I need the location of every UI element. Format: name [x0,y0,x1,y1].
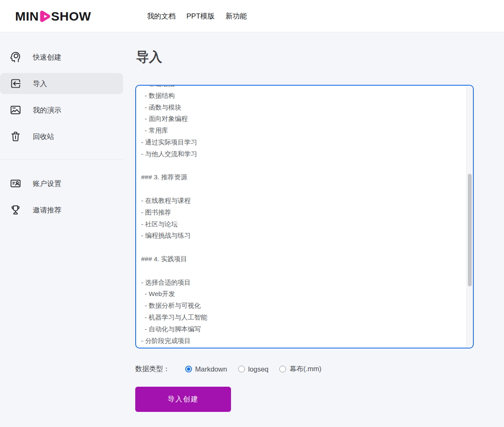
sidebar-item-label: 快速创建 [33,52,61,62]
presentation-icon [9,104,22,116]
account-card-icon [9,177,22,190]
top-navigation: 我的文档 PPT模版 新功能 [147,0,247,32]
trophy-icon [9,204,22,216]
radio-mubu-circle[interactable] [279,366,286,372]
nav-ppt-templates[interactable]: PPT模版 [186,11,215,21]
import-icon [9,77,22,90]
sidebar-item-label: 回收站 [33,132,54,141]
sidebar-item-recycle-bin[interactable]: 回收站 [0,126,123,147]
radio-option-markdown[interactable]: Markdown [185,365,227,373]
sidebar-item-label: 邀请推荐 [33,205,61,215]
page-title: 导入 [136,49,162,65]
sidebar-item-label: 导入 [33,79,47,89]
radio-logseq-label[interactable]: logseq [248,365,269,373]
editor-content: - 基础语法 - 数据结构 - 函数与模块 - 面向对象编程 - 常用库 - 通… [141,85,460,346]
nav-my-documents[interactable]: 我的文档 [147,11,176,21]
sidebar-item-label: 账户设置 [33,179,61,189]
mindshow-logo[interactable]: MIN SHOW [15,0,91,32]
data-type-row: 数据类型： Markdown logseq 幕布(.mm) [135,364,321,375]
editor-scrollbar-thumb[interactable] [468,174,472,286]
radio-logseq-circle[interactable] [238,366,245,372]
app-header: MIN SHOW 我的文档 PPT模版 新功能 [0,0,504,32]
sidebar-item-account-settings[interactable]: 账户设置 [0,173,123,194]
sidebar-item-label: 我的演示 [33,105,61,115]
sidebar-item-my-presentations[interactable]: 我的演示 [0,100,123,121]
data-type-radio-group: Markdown logseq 幕布(.mm) [185,364,322,374]
sidebar-item-import[interactable]: 导入 [0,73,123,94]
brain-head-icon [9,51,22,63]
logo-play-d-icon [39,10,51,23]
sidebar: 快速创建 导入 我的演示 [0,32,123,427]
import-create-button[interactable]: 导入创建 [135,387,231,412]
logo-text-show: SHOW [51,9,91,24]
radio-option-logseq[interactable]: logseq [238,365,269,373]
sidebar-item-invite-referral[interactable]: 邀请推荐 [0,199,123,220]
radio-markdown-circle[interactable] [185,366,192,372]
radio-mubu-label[interactable]: 幕布(.mm) [289,364,321,374]
sidebar-item-quick-create[interactable]: 快速创建 [0,47,123,68]
import-text-editor[interactable]: - 基础语法 - 数据结构 - 函数与模块 - 面向对象编程 - 常用库 - 通… [135,85,474,348]
trash-icon [9,130,22,143]
radio-option-mubu[interactable]: 幕布(.mm) [279,364,321,374]
sidebar-divider [0,160,123,160]
logo-text-min: MIN [15,9,39,24]
nav-new-features[interactable]: 新功能 [226,11,247,21]
radio-markdown-label[interactable]: Markdown [195,365,227,373]
editor-scrollbar-track[interactable] [466,86,472,347]
data-type-label: 数据类型： [135,364,170,374]
